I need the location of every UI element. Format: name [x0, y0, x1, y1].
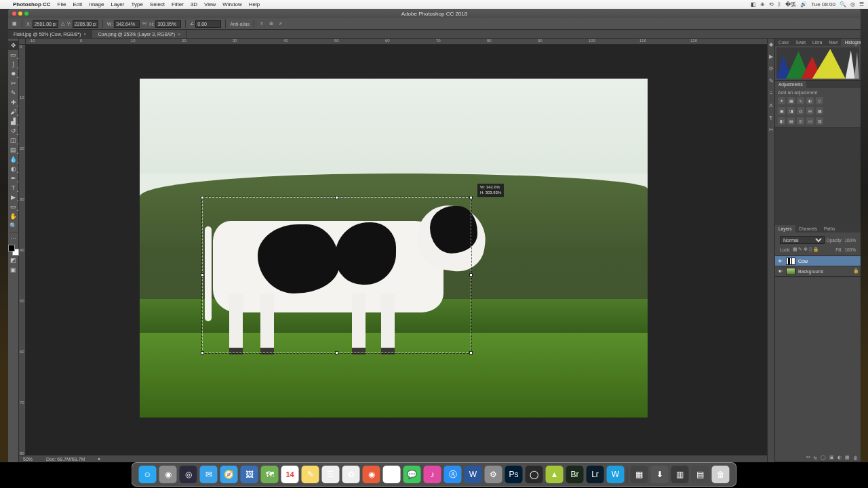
transform-handle[interactable]	[201, 273, 204, 277]
dock-trash-icon[interactable]: 🗑	[712, 466, 730, 483]
transform-handle[interactable]	[335, 351, 338, 354]
menubar-clock[interactable]: Tue 08:00	[811, 1, 835, 7]
dock-lightroom-icon[interactable]: Lr	[587, 466, 604, 483]
tab-layers[interactable]: Layers	[775, 225, 795, 232]
menu-3d[interactable]: 3D	[187, 1, 201, 7]
status-zoom[interactable]: 50%	[23, 457, 33, 462]
commit-icon[interactable]: ✓	[277, 20, 284, 27]
cancel-icon[interactable]: ⊘	[268, 20, 275, 27]
angle-input[interactable]	[195, 20, 221, 28]
dock-item4-icon[interactable]: ▤	[692, 466, 709, 483]
adj-exposure-icon[interactable]: ◐	[806, 97, 814, 104]
panel-icon[interactable]: ▶	[769, 54, 773, 60]
volume-icon[interactable]: 🔊	[800, 1, 807, 7]
link-icon[interactable]: ⚯	[142, 21, 146, 26]
bluetooth-icon[interactable]: ᛒ	[778, 1, 781, 7]
lock-icons[interactable]: ▦ ✎ ✥ ⍁ 🔒	[793, 247, 818, 252]
shape-tool[interactable]: ▭	[8, 202, 19, 211]
dock-photobooth-icon[interactable]: ◉	[363, 466, 380, 483]
marquee-tool[interactable]: ▭	[8, 50, 19, 60]
menu-help[interactable]: Help	[245, 1, 263, 7]
eraser-tool[interactable]: ◫	[8, 136, 19, 145]
fx-icon[interactable]: fx	[814, 455, 817, 460]
transform-tool-icon[interactable]: ▦	[11, 20, 18, 27]
tab-paths[interactable]: Paths	[821, 225, 839, 232]
trash-icon[interactable]: 🗑	[853, 455, 858, 460]
layer-name[interactable]: Cow	[798, 259, 808, 264]
group-icon[interactable]: ▣	[829, 455, 834, 460]
zoom-tool[interactable]: 🔍	[8, 221, 19, 230]
dock-settings-icon[interactable]: ⚙	[485, 466, 502, 483]
visibility-icon[interactable]: 👁	[776, 269, 783, 274]
visibility-icon[interactable]: 👁	[776, 259, 783, 264]
dock-wire-icon[interactable]: W	[607, 466, 625, 483]
dock-calendar-icon[interactable]: 14	[281, 466, 299, 483]
blur-tool[interactable]: 💧	[8, 155, 19, 164]
dock-photoshop-icon[interactable]: Ps	[505, 466, 523, 483]
layer-name[interactable]: Background	[798, 269, 823, 274]
document-tab[interactable]: Field.jpg @ 50% (Cow, RGB/8*)×	[8, 30, 92, 38]
brush-tool[interactable]: 🖌	[8, 107, 19, 117]
blend-mode-select[interactable]: Normal	[780, 236, 825, 244]
dock-reminders-icon[interactable]: ☰	[322, 466, 340, 483]
ruler-horizontal[interactable]: -100102030405060708090100110120	[19, 39, 767, 45]
fill-value[interactable]: 100%	[844, 247, 856, 252]
transform-handle[interactable]	[469, 196, 473, 199]
search-icon[interactable]: 🔍	[840, 1, 846, 7]
eyedropper-tool[interactable]: ✎	[8, 88, 19, 98]
adj-posterize-icon[interactable]: ▤	[787, 117, 795, 125]
adj-gradmap-icon[interactable]: ▭	[806, 117, 814, 125]
notifications-icon[interactable]: ☰	[859, 1, 864, 7]
transform-handle[interactable]	[469, 273, 473, 277]
tab-libra[interactable]: Libra	[809, 39, 825, 46]
menu-file[interactable]: File	[54, 1, 70, 7]
dock-launchpad-icon[interactable]: ◉	[159, 466, 177, 483]
layer-row[interactable]: 👁Cow	[775, 256, 861, 266]
menu-filter[interactable]: Filter	[168, 1, 187, 7]
wifi-icon[interactable]: �弧	[785, 1, 796, 8]
lock-icon[interactable]: 🔒	[853, 268, 859, 274]
tab-navi[interactable]: Navi	[825, 39, 841, 46]
type-tool[interactable]: T	[8, 183, 19, 192]
minimize-icon[interactable]	[18, 12, 22, 16]
tab-adjustments[interactable]: Adjustments	[775, 81, 806, 88]
h-input[interactable]	[155, 20, 181, 28]
dock-mail-icon[interactable]: ✉	[200, 466, 218, 483]
screenmode-icon[interactable]: ▣	[8, 265, 19, 274]
adj-curves-icon[interactable]: ∿	[797, 97, 804, 104]
panel-icon[interactable]: ✂	[769, 127, 774, 133]
panel-icon[interactable]: ≡	[770, 90, 773, 96]
path-select-tool[interactable]: ▶	[8, 192, 19, 202]
adjustment-layer-icon[interactable]: ◐	[837, 455, 842, 460]
menu-image[interactable]: Image	[85, 1, 107, 7]
layer-thumbnail[interactable]	[786, 258, 795, 265]
transform-handle[interactable]	[201, 196, 204, 199]
warp-icon[interactable]: ⌗	[258, 20, 265, 27]
opacity-value[interactable]: 100%	[844, 238, 856, 243]
adj-levels-icon[interactable]: ▦	[787, 97, 795, 104]
healing-tool[interactable]: ✚	[8, 98, 19, 107]
w-input[interactable]	[114, 20, 140, 28]
close-icon[interactable]	[12, 12, 16, 16]
panel-icon[interactable]: ◆	[769, 41, 773, 47]
tab-swat[interactable]: Swat	[793, 39, 809, 46]
new-layer-icon[interactable]: ▦	[845, 455, 850, 460]
panel-icon[interactable]: ⟳	[769, 66, 774, 72]
ruler-vertical[interactable]: 01020304050607080	[19, 45, 26, 455]
layer-row[interactable]: 👁Background🔒	[775, 266, 861, 277]
dock-appstore-icon[interactable]: Ⓐ	[444, 466, 462, 483]
adj-lut-icon[interactable]: ▦	[816, 107, 823, 115]
adj-photo-filter-icon[interactable]: ◎	[797, 107, 804, 115]
chevron-right-icon[interactable]: ▸	[98, 456, 101, 462]
adj-brightness-icon[interactable]: ☀	[778, 97, 785, 104]
dock-chrome-icon[interactable]: ◯	[383, 466, 401, 483]
menu-layer[interactable]: Layer	[107, 1, 127, 7]
close-icon[interactable]: ×	[83, 32, 86, 37]
zoom-icon[interactable]	[24, 12, 28, 16]
tray-icon[interactable]: ◧	[751, 1, 756, 7]
siri-icon[interactable]: ◎	[850, 1, 855, 7]
menubar-app-name[interactable]: Photoshop CC	[9, 1, 54, 7]
status-doc[interactable]: Doc: 68.7M/68.7M	[46, 457, 85, 462]
dock-downloads-icon[interactable]: ⬇	[651, 466, 669, 483]
stamp-tool[interactable]: ▟	[8, 117, 19, 126]
